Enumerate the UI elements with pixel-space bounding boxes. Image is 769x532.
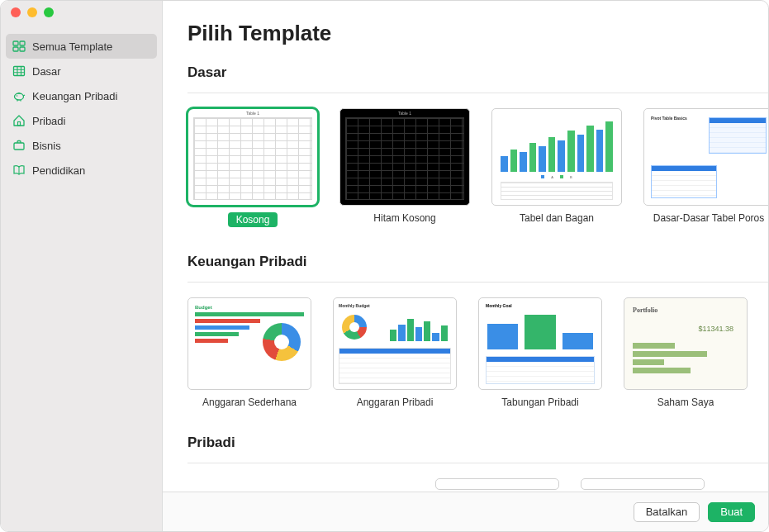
piggy-bank-icon <box>12 89 26 102</box>
window-minimize-button[interactable] <box>27 7 37 17</box>
house-icon <box>12 114 26 127</box>
window-titlebar <box>1 1 54 24</box>
book-icon <box>12 164 26 177</box>
sidebar-item-label: Semua Template <box>32 40 112 53</box>
sidebar-item-label: Pendidikan <box>32 164 85 177</box>
template-thumbnail: Monthly Budget <box>333 297 457 390</box>
svg-rect-2 <box>13 47 18 51</box>
svg-rect-0 <box>13 41 18 45</box>
sidebar: Semua Template Dasar Keuangan Pribadi Pr… <box>1 1 163 531</box>
template-personal-savings[interactable]: Monthly Goal Tabungan Pribadi <box>478 297 602 408</box>
template-peek[interactable] <box>435 478 559 490</box>
svg-rect-3 <box>20 47 25 51</box>
section-title: Keuangan Pribadi <box>188 254 768 270</box>
sidebar-item-label: Pribadi <box>32 115 65 127</box>
template-thumbnail: Pivot Table Basics <box>643 108 768 206</box>
template-personal-budget[interactable]: Monthly Budget Anggaran Pribadi <box>333 297 457 408</box>
section-divider <box>188 463 768 463</box>
section-dasar: Dasar Table 1 Kosong Table 1 <box>188 64 768 232</box>
sidebar-item-education[interactable]: Pendidikan <box>1 158 162 183</box>
briefcase-icon <box>12 139 26 152</box>
sidebar-item-business[interactable]: Bisnis <box>1 133 162 158</box>
section-divider <box>188 282 768 283</box>
template-simple-budget[interactable]: Budget Anggaran Sederhana <box>188 297 311 408</box>
templates-all-icon <box>12 40 26 53</box>
sidebar-item-label: Bisnis <box>32 140 61 152</box>
svg-point-9 <box>15 93 24 100</box>
template-my-stocks[interactable]: Portfolio $11341.38 Saham Saya <box>624 297 748 408</box>
template-row: Budget Anggaran Sederhana Monthly Budge <box>188 297 768 413</box>
template-label: Anggaran Sederhana <box>202 397 297 408</box>
template-row <box>188 478 768 492</box>
template-label: Tabungan Pribadi <box>501 397 578 408</box>
template-table-chart[interactable]: AB Tabel dan Bagan <box>491 108 622 227</box>
sidebar-item-all-templates[interactable]: Semua Template <box>6 34 157 59</box>
sidebar-item-label: Keuangan Pribadi <box>32 90 117 102</box>
template-chooser-window: Semua Template Dasar Keuangan Pribadi Pr… <box>0 0 769 532</box>
svg-rect-4 <box>14 67 25 76</box>
template-label: Saham Saya <box>657 397 714 408</box>
template-thumbnail: Table 1 <box>188 108 318 206</box>
cancel-button[interactable]: Batalkan <box>634 502 700 522</box>
svg-point-10 <box>17 95 18 97</box>
template-label: Hitam Kosong <box>373 212 435 224</box>
section-title: Pribadi <box>188 435 768 451</box>
template-pivot-basics[interactable]: Pivot Table Basics Dasar-Dasar Tabel Por… <box>643 108 768 227</box>
template-thumbnail: Monthly Goal <box>478 297 602 390</box>
template-thumbnail: Table 1 <box>339 108 470 206</box>
sidebar-item-personal-finance[interactable]: Keuangan Pribadi <box>1 83 162 108</box>
template-blank[interactable]: Table 1 Kosong <box>188 108 318 227</box>
section-pribadi: Pribadi <box>188 435 768 492</box>
template-thumbnail: Portfolio $11341.38 <box>624 297 748 390</box>
section-title: Dasar <box>188 64 768 81</box>
template-thumbnail: AB <box>491 108 622 206</box>
template-label: Tabel dan Bagan <box>520 212 594 224</box>
window-close-button[interactable] <box>11 7 21 17</box>
create-button[interactable]: Buat <box>708 502 755 522</box>
sidebar-item-label: Dasar <box>32 65 61 78</box>
template-row: Table 1 Kosong Table 1 Hitam Kosong <box>188 108 768 232</box>
sidebar-item-personal[interactable]: Pribadi <box>1 108 162 133</box>
template-blank-dark[interactable]: Table 1 Hitam Kosong <box>339 108 470 227</box>
svg-rect-1 <box>20 41 25 45</box>
footer: Batalkan Buat <box>163 492 768 531</box>
sidebar-item-basic[interactable]: Dasar <box>1 59 162 83</box>
page-title: Pilih Template <box>188 21 768 46</box>
window-zoom-button[interactable] <box>44 7 54 17</box>
template-label: Anggaran Pribadi <box>357 397 434 408</box>
svg-rect-13 <box>14 143 24 150</box>
template-peek[interactable] <box>581 478 705 490</box>
template-label: Kosong <box>228 212 278 227</box>
svg-rect-11 <box>18 93 20 93</box>
main-panel: Pilih Template Dasar Table 1 Kosong <box>163 1 768 531</box>
section-divider <box>188 93 768 93</box>
template-label: Dasar-Dasar Tabel Poros <box>653 212 765 224</box>
svg-rect-12 <box>18 122 21 126</box>
grid-icon <box>12 64 26 78</box>
section-keuangan-pribadi: Keuangan Pribadi Budget Anggar <box>188 254 768 413</box>
template-scroll-area[interactable]: Pilih Template Dasar Table 1 Kosong <box>163 1 768 492</box>
template-thumbnail: Budget <box>188 297 311 390</box>
